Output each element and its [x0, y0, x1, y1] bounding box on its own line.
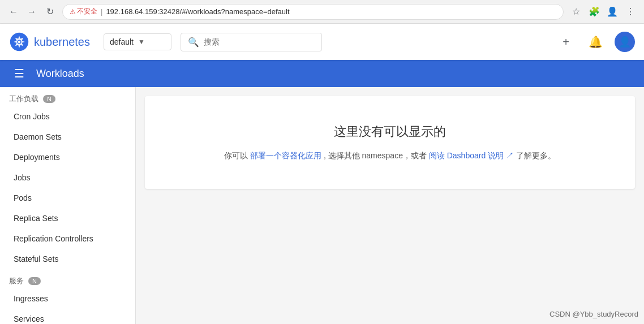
sidebar-item-jobs[interactable]: Jobs	[0, 167, 135, 188]
namespace-selector[interactable]: default ▼	[104, 33, 171, 50]
dashboard-docs-link[interactable]: 阅读 Dashboard 说明 ↗	[429, 151, 516, 160]
workloads-section-header: 工作负载 N	[0, 87, 135, 106]
browser-chrome: ← → ↻ ⚠ 不安全 | 192.168.64.159:32428/#/wor…	[0, 0, 644, 24]
notifications-button[interactable]: 🔔	[585, 32, 606, 52]
sidebar-item-stateful-sets[interactable]: Stateful Sets	[0, 249, 135, 269]
namespace-text: default	[110, 37, 134, 46]
k8s-logo[interactable]: kubernetes	[9, 32, 90, 52]
sidebar-item-pods[interactable]: Pods	[0, 188, 135, 208]
deploy-link[interactable]: 部署一个容器化应用	[250, 151, 321, 160]
forward-button[interactable]: →	[24, 4, 40, 20]
empty-desc-prefix: 你可以	[224, 151, 248, 160]
user-avatar-button[interactable]: 👤	[615, 32, 635, 52]
dashboard-docs-link-text: 阅读 Dashboard 说明	[429, 151, 504, 160]
search-input[interactable]	[204, 37, 315, 46]
reload-button[interactable]: ↻	[42, 4, 58, 20]
url-text: 192.168.64.159:32428/#/workloads?namespa…	[106, 7, 289, 16]
bookmark-button[interactable]: ☆	[568, 4, 584, 20]
empty-desc-end: 了解更多。	[516, 151, 556, 160]
extensions-button[interactable]: 🧩	[586, 4, 602, 20]
header-bar: ☰ Workloads	[0, 60, 644, 87]
svg-point-2	[18, 41, 21, 44]
page-title: Workloads	[36, 68, 84, 80]
main-area: 工作负载 N Cron Jobs Daemon Sets Deployments…	[0, 87, 644, 324]
sidebar-item-services[interactable]: Services	[0, 309, 135, 324]
security-warning: ⚠ 不安全	[70, 7, 97, 16]
external-link-icon: ↗	[506, 151, 514, 160]
watermark: CSDN @Ybb_studyRecord	[549, 310, 638, 318]
search-icon: 🔍	[188, 37, 199, 47]
top-navbar: kubernetes default ▼ 🔍 + 🔔 👤	[0, 24, 644, 60]
k8s-logo-icon	[9, 32, 29, 52]
add-button[interactable]: +	[556, 32, 576, 52]
profile-button[interactable]: 👤	[604, 4, 620, 20]
dropdown-arrow-icon: ▼	[138, 38, 145, 46]
workloads-section-label: 工作负载	[9, 94, 38, 104]
sidebar-item-daemon-sets[interactable]: Daemon Sets	[0, 127, 135, 147]
services-section-header: 服务 N	[0, 269, 135, 288]
sidebar-item-ingresses[interactable]: Ingresses	[0, 288, 135, 309]
app-container: kubernetes default ▼ 🔍 + 🔔 👤 ☰ Workloads…	[0, 24, 644, 324]
services-section-badge: N	[28, 277, 41, 285]
browser-icons: ☆ 🧩 👤 ⋮	[568, 4, 638, 20]
back-button[interactable]: ←	[6, 4, 22, 20]
k8s-logo-text: kubernetes	[34, 36, 90, 49]
empty-state-card: 这里没有可以显示的 你可以 部署一个容器化应用 , 选择其他 namespace…	[145, 96, 635, 189]
sidebar-item-deployments[interactable]: Deployments	[0, 147, 135, 167]
search-bar: 🔍	[181, 33, 322, 51]
hamburger-button[interactable]: ☰	[9, 63, 29, 84]
browser-nav-buttons: ← → ↻	[6, 4, 58, 20]
address-bar[interactable]: ⚠ 不安全 | 192.168.64.159:32428/#/workloads…	[62, 4, 564, 20]
sidebar-item-replication-controllers[interactable]: Replication Controllers	[0, 228, 135, 249]
sidebar-item-cron-jobs[interactable]: Cron Jobs	[0, 106, 135, 127]
menu-button[interactable]: ⋮	[622, 4, 638, 20]
empty-state-desc: 你可以 部署一个容器化应用 , 选择其他 namespace，或者 阅读 Das…	[163, 149, 617, 162]
workloads-section-badge: N	[43, 95, 55, 103]
empty-state-title: 这里没有可以显示的	[163, 123, 617, 140]
sidebar-item-replica-sets[interactable]: Replica Sets	[0, 208, 135, 228]
sidebar: 工作负载 N Cron Jobs Daemon Sets Deployments…	[0, 87, 136, 324]
services-section-label: 服务	[9, 276, 24, 286]
content-area: 这里没有可以显示的 你可以 部署一个容器化应用 , 选择其他 namespace…	[136, 87, 644, 324]
empty-desc-mid1: , 选择其他 namespace，或者	[324, 151, 427, 160]
